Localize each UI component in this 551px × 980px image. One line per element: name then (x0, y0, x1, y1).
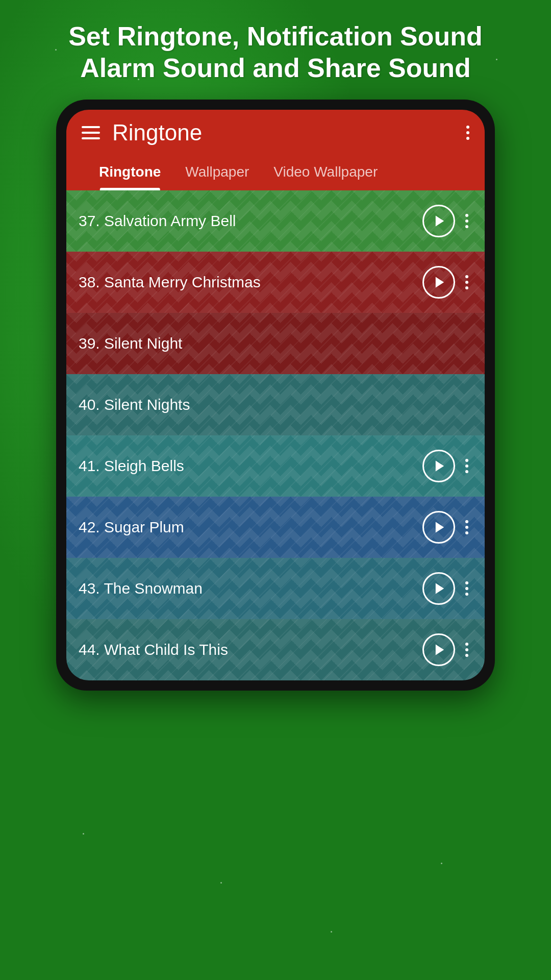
item-controls (422, 205, 472, 237)
play-button[interactable] (422, 205, 455, 237)
tab-video-wallpaper[interactable]: Video Wallpaper (261, 156, 390, 190)
item-controls (422, 511, 472, 544)
list-item[interactable]: 39. Silent Night Set as ringtone Set as … (66, 313, 485, 374)
item-more-button[interactable] (461, 639, 472, 661)
item-title: 37. Salvation Army Bell (79, 212, 422, 230)
item-controls (422, 633, 472, 666)
item-controls (422, 450, 472, 482)
svg-marker-1 (436, 277, 444, 287)
play-button[interactable] (422, 572, 455, 605)
overflow-menu-icon[interactable] (466, 126, 469, 140)
list-item[interactable]: 37. Salvation Army Bell (66, 190, 485, 252)
svg-marker-5 (436, 644, 444, 655)
item-more-button[interactable] (461, 577, 472, 600)
item-more-button[interactable] (461, 516, 472, 538)
item-title: 44. What Child Is This (79, 641, 422, 658)
svg-marker-3 (436, 522, 444, 532)
svg-marker-4 (436, 583, 444, 594)
hamburger-menu-icon[interactable] (82, 126, 100, 139)
list-item[interactable]: 44. What Child Is This (66, 619, 485, 680)
app-title: Ringtone (112, 120, 466, 145)
item-controls (422, 572, 472, 605)
ringtone-list: 37. Salvation Army Bell 38. Santa Merry … (66, 190, 485, 680)
item-title: 40. Silent Nights (79, 396, 472, 413)
phone-frame: Ringtone Ringtone Wallpaper Video Wallpa… (56, 100, 495, 691)
svg-marker-2 (436, 460, 444, 471)
item-more-button[interactable] (461, 271, 472, 293)
phone-screen: Ringtone Ringtone Wallpaper Video Wallpa… (66, 110, 485, 680)
item-title: 38. Santa Merry Christmas (79, 274, 422, 291)
item-more-button[interactable] (461, 210, 472, 232)
svg-marker-0 (436, 215, 444, 226)
list-item[interactable]: 38. Santa Merry Christmas (66, 252, 485, 313)
tab-wallpaper[interactable]: Wallpaper (173, 156, 261, 190)
play-button[interactable] (422, 266, 455, 299)
app-toolbar: Ringtone (82, 110, 469, 156)
list-item[interactable]: 43. The Snowman (66, 558, 485, 619)
play-button[interactable] (422, 450, 455, 482)
list-item[interactable]: 42. Sugar Plum (66, 497, 485, 558)
item-title: 41. Sleigh Bells (79, 457, 422, 475)
item-title: 43. The Snowman (79, 580, 422, 597)
tab-ringtone[interactable]: Ringtone (87, 156, 173, 190)
play-button[interactable] (422, 511, 455, 544)
item-more-button[interactable] (461, 455, 472, 477)
page-header-title: Set Ringtone, Notification Sound Alarm S… (0, 0, 551, 100)
item-controls (422, 266, 472, 299)
item-title: 39. Silent Night (79, 335, 472, 352)
item-title: 42. Sugar Plum (79, 519, 422, 536)
play-button[interactable] (422, 633, 455, 666)
tab-bar: Ringtone Wallpaper Video Wallpaper (82, 156, 469, 190)
app-header: Ringtone Ringtone Wallpaper Video Wallpa… (66, 110, 485, 190)
list-item[interactable]: 41. Sleigh Bells (66, 435, 485, 497)
list-item[interactable]: 40. Silent Nights (66, 374, 485, 435)
